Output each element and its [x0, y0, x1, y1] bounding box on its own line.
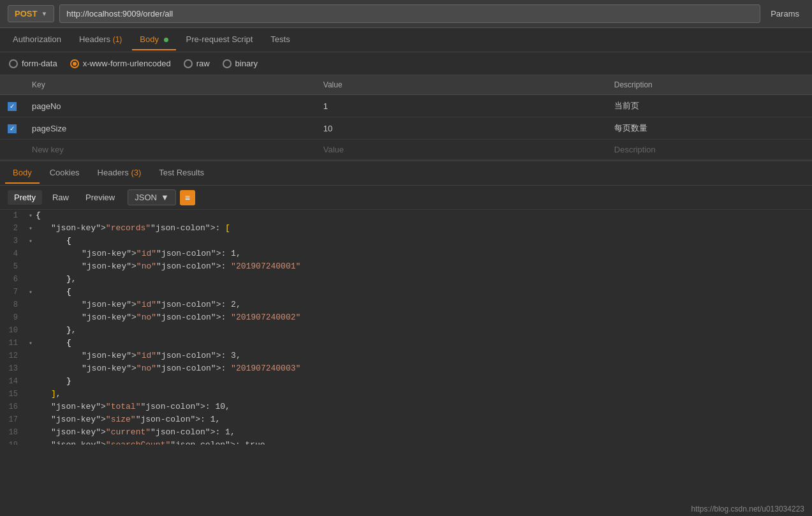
- fold-arrow-icon: [26, 364, 36, 365]
- row1-description[interactable]: 当前页: [607, 95, 812, 117]
- response-tab-test-results[interactable]: Test Results: [151, 163, 212, 184]
- code-content: },: [36, 325, 812, 335]
- code-line: 11▾{: [0, 337, 812, 350]
- code-content: "json-key">"id""json-colon">: 3,: [36, 351, 812, 360]
- code-line: 14}: [0, 376, 812, 388]
- code-line: 5"json-key">"no""json-colon">: "20190724…: [0, 261, 812, 274]
- params-table: Key Value Description pageNo 1 当前页 pageS…: [0, 75, 812, 160]
- code-line: 19"json-key">"searchCount""json-colon">:…: [0, 439, 812, 445]
- response-tab-cookies[interactable]: Cookies: [42, 163, 87, 184]
- radio-form-data[interactable]: form-data: [9, 59, 57, 68]
- code-content: {: [36, 236, 812, 246]
- col-header-description: Description: [607, 75, 812, 95]
- wrap-icon: ≡: [185, 193, 190, 203]
- placeholder-key[interactable]: New key: [24, 140, 316, 160]
- row2-checkbox[interactable]: [8, 124, 17, 133]
- radio-binary[interactable]: binary: [223, 59, 258, 68]
- code-line: 7▾{: [0, 286, 812, 299]
- response-tab-body[interactable]: Body: [5, 163, 40, 184]
- format-chevron-icon: ▼: [161, 193, 169, 202]
- code-content: {: [36, 210, 812, 220]
- tab-headers[interactable]: Headers (1): [71, 29, 129, 50]
- code-line: 13"json-key">"no""json-colon">: "2019072…: [0, 363, 812, 376]
- code-content: }: [36, 376, 812, 386]
- col-header-checkbox: [0, 75, 24, 95]
- line-number: 11: [0, 338, 26, 348]
- tab-tests[interactable]: Tests: [263, 29, 297, 50]
- line-number: 2: [0, 223, 26, 233]
- row1-value[interactable]: 1: [316, 95, 607, 117]
- fold-arrow-icon: [26, 300, 36, 301]
- radio-circle-raw: [184, 59, 193, 68]
- fold-arrow-icon: [26, 376, 36, 378]
- radio-x-www-form-urlencoded[interactable]: x-www-form-urlencoded: [70, 59, 171, 68]
- fold-arrow-icon: [26, 262, 36, 263]
- response-section: Body Cookies Headers (3) Test Results Pr…: [0, 160, 812, 445]
- wrap-button[interactable]: ≡: [180, 190, 195, 205]
- table-row-placeholder: New key Value Description: [0, 140, 812, 160]
- radio-raw[interactable]: raw: [184, 59, 210, 68]
- code-content: "json-key">"no""json-colon">: "201907240…: [36, 262, 812, 271]
- row2-description[interactable]: 每页数量: [607, 117, 812, 140]
- code-line: 10},: [0, 325, 812, 337]
- placeholder-description[interactable]: Description: [607, 140, 812, 160]
- top-bar: POST ▼ Params: [0, 0, 812, 28]
- code-content: "json-key">"id""json-colon">: 1,: [36, 249, 812, 258]
- tab-authorization[interactable]: Authorization: [5, 29, 69, 50]
- code-content: ],: [36, 389, 812, 399]
- row1-checkbox[interactable]: [8, 102, 17, 111]
- response-tab-headers[interactable]: Headers (3): [90, 163, 149, 184]
- row2-value[interactable]: 10: [316, 117, 607, 140]
- code-line: 15],: [0, 388, 812, 401]
- fold-arrow-icon[interactable]: ▾: [26, 210, 36, 219]
- row2-checkbox-cell: [0, 117, 24, 140]
- code-line: 12"json-key">"id""json-colon">: 3,: [0, 350, 812, 363]
- request-tab-row: Authorization Headers (1) Body Pre-reque…: [0, 28, 812, 52]
- line-number: 14: [0, 376, 26, 386]
- view-preview-button[interactable]: Preview: [79, 190, 121, 205]
- code-content: "json-key">"no""json-colon">: "201907240…: [36, 364, 812, 373]
- headers-badge: (1): [113, 35, 122, 44]
- code-line: 3▾{: [0, 235, 812, 248]
- line-number: 6: [0, 274, 26, 284]
- radio-circle-form-data: [9, 59, 18, 68]
- line-number: 9: [0, 313, 26, 322]
- code-content: "json-key">"no""json-colon">: "201907240…: [36, 313, 812, 322]
- code-content: {: [36, 287, 812, 297]
- code-content: },: [36, 274, 812, 284]
- row1-key[interactable]: pageNo: [24, 95, 316, 117]
- line-number: 5: [0, 262, 26, 271]
- code-line: 6},: [0, 274, 812, 286]
- method-button[interactable]: POST ▼: [8, 5, 54, 22]
- view-pretty-button[interactable]: Pretty: [8, 190, 42, 205]
- fold-arrow-icon[interactable]: ▾: [26, 338, 36, 347]
- fold-arrow-icon: [26, 249, 36, 250]
- line-number: 10: [0, 325, 26, 335]
- row2-key[interactable]: pageSize: [24, 117, 316, 140]
- tab-body[interactable]: Body: [132, 29, 175, 50]
- line-number: 19: [0, 440, 26, 445]
- fold-arrow-icon: [26, 313, 36, 314]
- code-line: 1▾{: [0, 210, 812, 223]
- code-content: "json-key">"records""json-colon">: [: [36, 223, 812, 233]
- code-content: "json-key">"current""json-colon">: 1,: [36, 427, 812, 437]
- fold-arrow-icon[interactable]: ▾: [26, 223, 36, 232]
- body-type-row: form-data x-www-form-urlencoded raw bina…: [0, 52, 812, 75]
- response-tab-row: Body Cookies Headers (3) Test Results: [0, 161, 812, 186]
- col-header-key: Key: [24, 75, 316, 95]
- format-select[interactable]: JSON ▼: [128, 189, 176, 205]
- tab-pre-request-script[interactable]: Pre-request Script: [179, 29, 261, 50]
- params-button[interactable]: Params: [765, 6, 804, 22]
- line-number: 4: [0, 249, 26, 258]
- code-line: 8"json-key">"id""json-colon">: 2,: [0, 299, 812, 312]
- view-raw-button[interactable]: Raw: [46, 190, 75, 205]
- method-label: POST: [15, 9, 37, 18]
- body-active-dot: [164, 38, 168, 42]
- line-number: 15: [0, 389, 26, 399]
- col-header-value: Value: [316, 75, 607, 95]
- footer: https://blog.csdn.net/u013034223: [684, 502, 812, 516]
- placeholder-value[interactable]: Value: [316, 140, 607, 160]
- fold-arrow-icon[interactable]: ▾: [26, 236, 36, 245]
- url-input[interactable]: [59, 4, 760, 23]
- fold-arrow-icon[interactable]: ▾: [26, 287, 36, 296]
